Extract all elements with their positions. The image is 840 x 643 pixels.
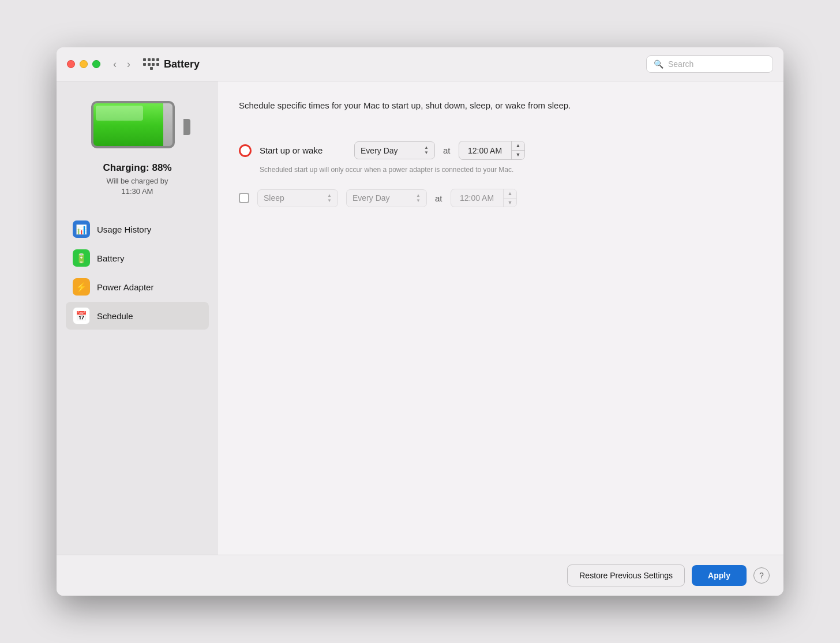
dropdown-arrows-icon-3: ▲▼ xyxy=(416,193,421,203)
battery-icon: 🔋 xyxy=(73,249,90,267)
startup-time-value: 12:00 AM xyxy=(459,143,511,159)
stepper-buttons: ▲ ▼ xyxy=(511,141,525,159)
sleep-time-up-button[interactable]: ▲ xyxy=(504,189,517,199)
titlebar: ‹ › Battery 🔍 xyxy=(57,47,783,81)
charging-detail: Will be charged by 11:30 AM xyxy=(107,176,168,197)
usage-history-icon: 📊 xyxy=(73,220,90,238)
sidebar-item-battery[interactable]: 🔋 Battery xyxy=(66,244,209,272)
at-label-1: at xyxy=(443,145,451,155)
help-button[interactable]: ? xyxy=(753,567,770,584)
sidebar-nav: 📊 Usage History 🔋 Battery ⚡ Power Adapte… xyxy=(66,215,209,330)
battery-terminal xyxy=(183,119,190,135)
startup-time-stepper: 12:00 AM ▲ ▼ xyxy=(459,141,526,160)
minimize-button[interactable] xyxy=(80,60,88,68)
stepper-buttons-2: ▲ ▼ xyxy=(503,189,517,207)
sleep-time-down-button[interactable]: ▼ xyxy=(504,199,517,207)
sidebar-item-power-adapter[interactable]: ⚡ Power Adapter xyxy=(66,273,209,301)
content-description: Schedule specific times for your Mac to … xyxy=(239,99,666,112)
startup-day-value: Every Day xyxy=(361,146,398,155)
main-area: Charging: 88% Will be charged by 11:30 A… xyxy=(57,81,783,555)
startup-day-dropdown[interactable]: Every Day ▲▼ xyxy=(354,141,435,159)
battery-shine xyxy=(96,106,143,121)
maximize-button[interactable] xyxy=(92,60,100,68)
startup-wake-label: Start up or wake xyxy=(260,145,346,155)
sidebar-item-label: Power Adapter xyxy=(97,282,153,292)
sleep-action-dropdown[interactable]: Sleep ▲▼ xyxy=(257,189,338,207)
nav-arrows: ‹ › xyxy=(110,58,134,70)
window-title: Battery xyxy=(164,58,646,70)
charging-status: Charging: 88% xyxy=(103,162,171,174)
sidebar-item-schedule[interactable]: 📅 Schedule xyxy=(66,302,209,330)
dropdown-arrows-icon-2: ▲▼ xyxy=(327,193,332,203)
back-button[interactable]: ‹ xyxy=(110,58,120,70)
time-down-button[interactable]: ▼ xyxy=(512,151,525,159)
bottom-bar: Restore Previous Settings Apply ? xyxy=(57,555,783,596)
main-window: ‹ › Battery 🔍 Charging: 88% xyxy=(57,47,783,596)
startup-note: Scheduled start up will only occur when … xyxy=(260,166,763,174)
search-input[interactable] xyxy=(668,59,760,69)
sleep-time-stepper: 12:00 AM ▲ ▼ xyxy=(451,189,518,208)
sidebar-item-usage-history[interactable]: 📊 Usage History xyxy=(66,215,209,243)
forward-button[interactable]: › xyxy=(123,58,134,70)
schedule-row-startup: Start up or wake Every Day ▲▼ at 12:00 A… xyxy=(239,130,763,170)
sleep-action-value: Sleep xyxy=(264,193,284,203)
schedule-icon: 📅 xyxy=(73,307,90,324)
at-label-2: at xyxy=(435,193,442,203)
restore-button[interactable]: Restore Previous Settings xyxy=(567,565,685,586)
grid-icon[interactable] xyxy=(143,56,159,72)
sidebar-item-label: Schedule xyxy=(97,311,133,321)
sleep-time-value: 12:00 AM xyxy=(451,190,503,206)
search-box: 🔍 xyxy=(646,55,773,73)
sleep-day-value: Every Day xyxy=(352,193,390,203)
sidebar-item-label: Usage History xyxy=(97,225,151,234)
startup-wake-checkbox[interactable] xyxy=(239,144,252,157)
sidebar: Charging: 88% Will be charged by 11:30 A… xyxy=(57,81,218,555)
sleep-checkbox[interactable] xyxy=(239,193,249,203)
sleep-day-dropdown[interactable]: Every Day ▲▼ xyxy=(346,189,427,207)
power-adapter-icon: ⚡ xyxy=(73,278,90,296)
apply-button[interactable]: Apply xyxy=(692,565,747,586)
traffic-lights xyxy=(67,60,100,68)
dropdown-arrows-icon: ▲▼ xyxy=(424,145,429,155)
close-button[interactable] xyxy=(67,60,75,68)
search-icon: 🔍 xyxy=(654,59,663,69)
sidebar-item-label: Battery xyxy=(97,253,125,263)
schedule-row-sleep: Sleep ▲▼ Every Day ▲▼ at 12:00 AM xyxy=(239,178,763,218)
battery-body xyxy=(91,101,175,148)
time-up-button[interactable]: ▲ xyxy=(512,141,525,151)
schedule-section: Start up or wake Every Day ▲▼ at 12:00 A… xyxy=(239,130,763,218)
content-area: Schedule specific times for your Mac to … xyxy=(218,81,783,555)
battery-graphic xyxy=(91,99,183,151)
